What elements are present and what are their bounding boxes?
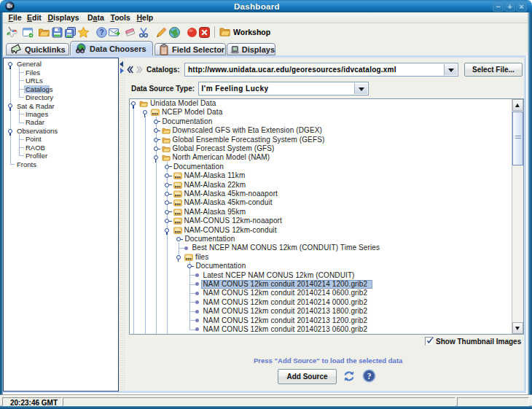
svg-text:?: ? [367,372,372,381]
